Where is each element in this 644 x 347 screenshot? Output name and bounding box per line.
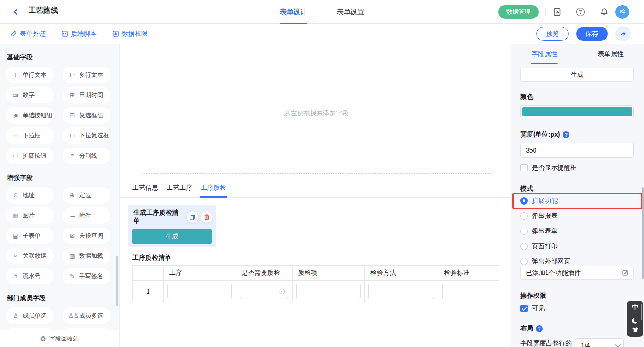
button-text-field[interactable]: 生成 (520, 68, 634, 82)
color-swatch (522, 107, 632, 116)
tab-step-inspection[interactable]: 工序质检 (201, 183, 226, 197)
width-help-icon[interactable]: ? (563, 131, 569, 138)
user-avatar[interactable]: 检 (615, 5, 629, 19)
inspection-standard-input[interactable] (442, 284, 499, 299)
multi-line-text-icon: T≡ (69, 72, 76, 78)
mode-option-popup-report[interactable]: 弹出报表 (520, 211, 634, 221)
sidebar-item-relation-data[interactable]: ∞关联数据 (6, 248, 54, 264)
sidebar-item-datetime[interactable]: ⊞日期时间 (63, 87, 110, 103)
mode-option-page-print[interactable]: 页面打印 (520, 241, 634, 251)
field-sidebar: 基础字段 T单行文本 T≡多行文本 123数字 ⊞日期时间 ◉单选按钮组 ☑复选… (0, 44, 120, 347)
edit-icon[interactable] (622, 269, 629, 276)
sidebar-item-extend-button[interactable]: ▭扩展按钮 (6, 148, 54, 164)
language-toggle[interactable]: 中 (632, 304, 638, 310)
share-button[interactable] (615, 26, 631, 41)
form-designer-app: 工艺路线 表单设计 表单设置 数据管理 ? 检 表单外链 后端脚 (0, 0, 644, 347)
sidebar-item-radio-group[interactable]: ◉单选按钮组 (6, 107, 54, 124)
mode-label: 模式 (520, 185, 634, 193)
share-arrow-icon (620, 30, 627, 38)
radio[interactable] (520, 258, 528, 265)
field-recycle-bin[interactable]: ♻ 字段回收站 (0, 330, 119, 347)
visible-checkbox-row[interactable]: 可见 (520, 304, 634, 313)
radio[interactable] (520, 243, 528, 250)
mode-option-extend[interactable]: 扩展功能 (520, 196, 634, 206)
copy-icon (189, 214, 196, 221)
sidebar-item-location[interactable]: ⊕定位 (63, 187, 110, 204)
generate-button[interactable]: 生成 (132, 229, 212, 244)
delete-component-button[interactable] (201, 211, 213, 223)
tab-field-properties[interactable]: 字段属性 (511, 44, 578, 64)
color-picker[interactable] (520, 105, 634, 118)
tab-form-design[interactable]: 表单设计 (280, 0, 307, 24)
sidebar-item-serial-number[interactable]: #流水号 (6, 268, 54, 284)
help-icon[interactable]: ? (575, 7, 586, 17)
table-header-row: 工序 是否需要质检 质检项 检验方法 检验标准 (133, 266, 499, 281)
sidebar-item-data-load[interactable]: ▥数据加载 (63, 248, 110, 264)
radio-selected[interactable] (520, 197, 528, 205)
theme-toggle[interactable] (632, 326, 639, 334)
member-multi-icon: ♙♙ (69, 313, 76, 319)
process-input[interactable] (167, 284, 232, 299)
page-title[interactable]: 工艺路线 (26, 5, 61, 18)
layout-width-select[interactable]: 1/4 (575, 338, 624, 347)
width-input[interactable] (520, 143, 634, 158)
layout-help-icon[interactable]: ? (536, 325, 543, 332)
col-header-index (133, 266, 164, 280)
copy-component-button[interactable] (187, 211, 198, 223)
form-external-link[interactable]: 表单外链 (10, 30, 46, 38)
inspection-table-wrap: 工序 是否需要质检 质检项 检验方法 检验标准 1 (132, 265, 499, 303)
sidebar-item-member-multi[interactable]: ♙♙成员多选 (63, 307, 110, 324)
inspection-method-input[interactable] (368, 284, 434, 299)
inspection-table: 工序 是否需要质检 质检项 检验方法 检验标准 1 (132, 265, 499, 302)
tab-form-properties[interactable]: 表单属性 (578, 44, 644, 64)
sidebar-item-multi-line-text[interactable]: T≡多行文本 (63, 67, 110, 83)
divider (592, 8, 592, 16)
plugin-summary-field[interactable]: 已添加1个功能插件 (520, 266, 634, 280)
back-button[interactable] (10, 6, 21, 17)
radio[interactable] (520, 212, 528, 220)
sidebar-item-number[interactable]: 123数字 (6, 87, 54, 103)
tab-form-settings[interactable]: 表单设置 (337, 0, 364, 24)
sidebar-item-checkbox-group[interactable]: ☑复选框组 (63, 107, 110, 124)
data-permission-link[interactable]: 数据权限 (112, 30, 148, 38)
relation-query-icon: ⊠ (69, 233, 76, 239)
reminder-checkbox-row[interactable]: 是否显示提醒框 (520, 164, 634, 172)
visible-checkbox[interactable] (520, 305, 528, 312)
tab-process-info[interactable]: 工艺信息 (132, 183, 158, 197)
data-manage-button[interactable]: 数据管理 (498, 5, 539, 19)
sidebar-item-address[interactable]: ⊙地址 (6, 187, 54, 204)
reminder-checkbox[interactable] (520, 164, 528, 171)
mode-option-external-page[interactable]: 弹出外部网页 (520, 256, 634, 267)
basic-fields: T单行文本 T≡多行文本 123数字 ⊞日期时间 ◉单选按钮组 ☑复选框组 ⊡下… (6, 67, 119, 164)
location-icon: ⊕ (69, 192, 76, 199)
sidebar-item-single-line-text[interactable]: T单行文本 (6, 67, 54, 83)
sidebar-item-member-single[interactable]: ♙成员单选 (6, 307, 54, 324)
sidebar-item-signature[interactable]: ✎手写签名 (63, 268, 110, 284)
tab-process-steps[interactable]: 工艺工序 (167, 183, 192, 197)
sidebar-item-attachment[interactable]: ☁附件 (63, 207, 110, 224)
sidebar-item-image[interactable]: ▦图片 (6, 207, 54, 224)
notification-bell-icon[interactable] (599, 7, 609, 17)
selected-button-component[interactable]: 生成工序质检清单 生成 (128, 205, 216, 247)
inspection-item-input[interactable] (296, 284, 361, 299)
radio[interactable] (520, 228, 528, 235)
script-icon (61, 30, 68, 37)
dark-mode-toggle[interactable] (632, 317, 639, 324)
sidebar-item-relation-query[interactable]: ⊠关联查询 (63, 228, 110, 244)
canvas-drop-area[interactable]: 从左侧拖拽来添加字段 (142, 53, 491, 174)
col-header-inspection-item: 质检项 (293, 266, 365, 280)
save-button[interactable]: 保存 (576, 27, 608, 41)
translate-icon[interactable] (552, 7, 562, 17)
mode-option-popup-form[interactable]: 弹出表单 (520, 226, 634, 236)
sidebar-scrollbar[interactable] (116, 256, 118, 306)
backend-script-link[interactable]: 后端脚本 (61, 30, 97, 38)
layout-label: 布局 ? (520, 324, 634, 333)
panel-tabs: 字段属性 表单属性 (511, 44, 644, 64)
sidebar-item-select[interactable]: ⊡下拉框 (6, 127, 54, 144)
design-canvas: 从左侧拖拽来添加字段 工艺信息 工艺工序 工序质检 生成工序质检清单 生成 工序… (120, 44, 511, 347)
sidebar-item-subform[interactable]: ▤子表单 (6, 228, 54, 244)
preview-button[interactable]: 预览 (536, 27, 569, 41)
sidebar-item-divider-line[interactable]: ≡分割线 (63, 148, 110, 164)
sidebar-item-multi-select[interactable]: ⊟下拉复选框 (63, 127, 110, 144)
panel-scrollbar[interactable] (642, 187, 644, 279)
